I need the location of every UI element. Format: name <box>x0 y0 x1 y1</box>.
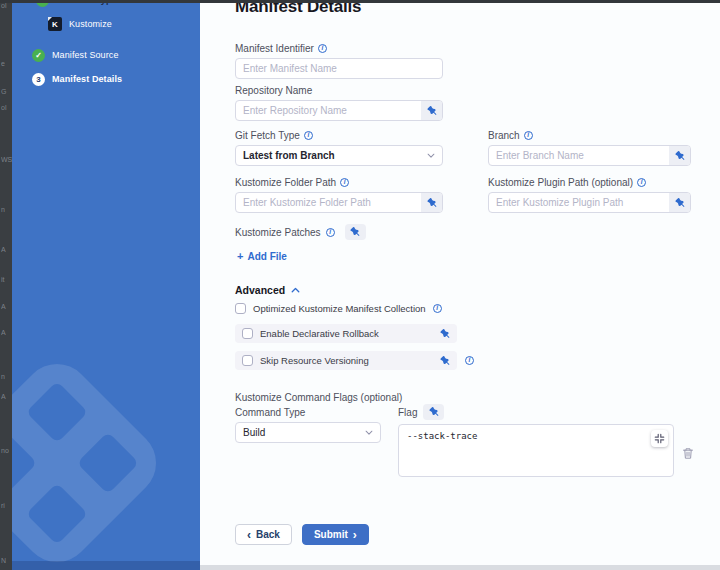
declarative-rollback-row: Enable Declarative Rollback <box>235 324 457 343</box>
skip-versioning-label: Skip Resource Versioning <box>260 355 433 366</box>
repository-name-label: Repository Name <box>235 85 312 96</box>
skip-versioning-checkbox[interactable] <box>242 355 253 366</box>
wizard-steps-sidebar: Manifest Type K Kustomize Manifest Sourc… <box>12 3 200 570</box>
info-icon[interactable] <box>524 131 533 140</box>
info-icon[interactable] <box>340 178 349 187</box>
manifest-identifier-field: Manifest Identifier <box>235 43 443 79</box>
logo-hole <box>26 381 88 443</box>
plus-icon: + <box>237 251 243 262</box>
info-icon[interactable] <box>318 44 327 53</box>
declarative-rollback-label: Enable Declarative Rollback <box>260 328 433 339</box>
branch-field: Branch <box>488 130 691 166</box>
manifest-details-panel: Manifest Details Manifest Identifier Rep… <box>200 3 720 570</box>
command-flags-section: Kustomize Command Flags (optional) <box>235 387 402 405</box>
command-type-select[interactable]: Build <box>235 422 381 443</box>
kustomize-plugin-path-input[interactable] <box>489 193 669 212</box>
runtime-input-pin-button[interactable] <box>345 224 366 240</box>
optimized-collection-label: Optimized Kustomize Manifest Collection <box>253 303 426 314</box>
window-top-edge <box>0 0 720 3</box>
back-button[interactable]: Back <box>235 524 292 545</box>
flag-field: Flag --stack-trace <box>398 404 674 477</box>
selected-value: Latest from Branch <box>243 150 335 161</box>
kustomize-patches-label: Kustomize Patches <box>235 227 321 238</box>
background-text-fragment: ri <box>1 502 5 509</box>
add-file-row: + Add File <box>237 246 287 264</box>
dimmed-background-page: oleGolWSnAitAAnAnoriN <box>0 0 12 570</box>
flag-value-editor[interactable]: --stack-trace <box>399 425 673 476</box>
background-text-fragment: A <box>1 246 6 253</box>
background-text-fragment: it <box>1 276 5 283</box>
info-icon[interactable] <box>326 228 335 237</box>
optimized-collection-checkbox[interactable] <box>235 303 246 314</box>
background-text-fragment: n <box>1 206 5 213</box>
info-icon[interactable] <box>304 131 313 140</box>
step-label: Manifest Source <box>52 50 119 60</box>
skip-versioning-row: Skip Resource Versioning <box>235 351 474 370</box>
info-icon[interactable] <box>637 178 646 187</box>
background-text-fragment: ol <box>1 104 6 111</box>
git-fetch-type-label: Git Fetch Type <box>235 130 300 141</box>
background-text-fragment: A <box>1 393 6 400</box>
step-manifest-details[interactable]: 3 Manifest Details <box>32 72 122 86</box>
kustomize-folder-path-field: Kustomize Folder Path <box>235 177 443 213</box>
branch-label: Branch <box>488 130 520 141</box>
git-fetch-type-field: Git Fetch Type Latest from Branch <box>235 130 443 166</box>
kustomize-patches-field: Kustomize Patches <box>235 224 366 240</box>
check-icon <box>32 49 45 62</box>
step-manifest-type[interactable]: Manifest Type <box>36 3 117 7</box>
repository-name-input[interactable] <box>236 101 421 120</box>
command-flags-label: Kustomize Command Flags (optional) <box>235 392 402 403</box>
selected-value: Build <box>243 427 265 438</box>
kustomize-folder-path-label: Kustomize Folder Path <box>235 177 336 188</box>
kustomize-folder-path-input[interactable] <box>236 193 421 212</box>
background-text-fragment: ol <box>1 2 6 9</box>
runtime-input-pin-button[interactable] <box>669 193 690 212</box>
harness-logo-watermark <box>12 350 170 570</box>
step-kustomize[interactable]: K Kustomize <box>48 17 112 31</box>
background-text-fragment: n <box>1 373 5 380</box>
logo-hole <box>12 432 37 494</box>
step-label: Manifest Type <box>56 3 117 5</box>
runtime-input-pin-button[interactable] <box>440 356 450 366</box>
command-type-field: Command Type Build <box>235 407 381 443</box>
background-text-fragment: N <box>1 557 6 564</box>
info-icon[interactable] <box>433 304 442 313</box>
runtime-input-pin-button[interactable] <box>440 329 450 339</box>
submit-button[interactable]: Submit <box>302 524 369 545</box>
kustomize-plugin-path-field: Kustomize Plugin Path (optional) <box>488 177 691 213</box>
advanced-section-toggle[interactable]: Advanced <box>235 284 300 296</box>
runtime-input-pin-button[interactable] <box>421 101 442 120</box>
check-icon <box>36 3 49 7</box>
advanced-label: Advanced <box>235 284 285 296</box>
step-label: Kustomize <box>69 19 112 29</box>
optimized-collection-row: Optimized Kustomize Manifest Collection <box>235 303 442 314</box>
kustomize-plugin-path-label: Kustomize Plugin Path (optional) <box>488 177 633 188</box>
background-text-fragment: e <box>1 60 5 67</box>
declarative-rollback-checkbox[interactable] <box>242 328 253 339</box>
runtime-input-pin-button[interactable] <box>423 404 444 420</box>
background-text-fragment: A <box>1 329 6 336</box>
chevron-down-icon <box>427 152 435 160</box>
kustomize-icon: K <box>48 17 62 31</box>
background-text-fragment: no <box>1 447 9 454</box>
expand-editor-button[interactable] <box>651 430 668 447</box>
delete-flag-button[interactable] <box>682 447 694 460</box>
expand-icon <box>654 433 665 444</box>
chevron-up-icon <box>291 286 300 295</box>
runtime-input-pin-button[interactable] <box>669 146 690 165</box>
branch-input[interactable] <box>489 146 669 165</box>
background-text-fragment: G <box>1 88 6 95</box>
background-text-fragment: WS <box>1 156 12 163</box>
repository-name-field: Repository Name <box>235 85 443 121</box>
git-fetch-type-select[interactable]: Latest from Branch <box>235 145 443 166</box>
step-manifest-source[interactable]: Manifest Source <box>32 48 119 62</box>
step-number-badge: 3 <box>32 73 45 86</box>
manifest-wizard-modal: oleGolWSnAitAAnAnoriN Manifest Type K Ku… <box>0 0 720 570</box>
add-file-button[interactable]: + Add File <box>237 251 287 262</box>
runtime-input-pin-button[interactable] <box>421 193 442 212</box>
logo-hole <box>77 432 139 494</box>
info-icon[interactable] <box>465 356 474 365</box>
flag-label: Flag <box>398 407 417 418</box>
background-text-fragment: A <box>1 303 6 310</box>
manifest-identifier-input[interactable] <box>236 59 442 78</box>
